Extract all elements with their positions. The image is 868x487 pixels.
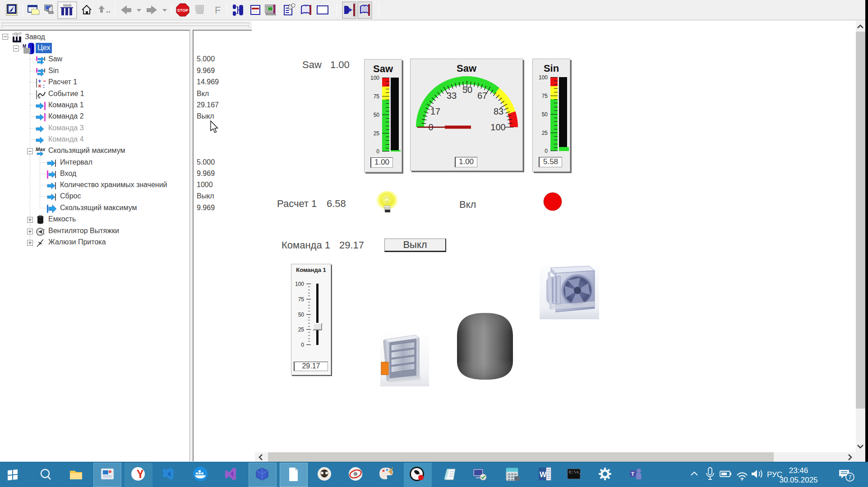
- svg-text:17: 17: [430, 106, 440, 116]
- svg-text:STOP: STOP: [177, 8, 188, 13]
- svg-text:67: 67: [477, 91, 487, 101]
- svg-text:23:46: 23:46: [789, 466, 808, 475]
- svg-text:7: 7: [849, 474, 852, 481]
- svg-text:W: W: [540, 471, 547, 478]
- svg-text:100: 100: [490, 122, 505, 132]
- svg-text:F: F: [215, 5, 221, 16]
- svg-text:33: 33: [447, 91, 457, 101]
- svg-text:83: 83: [494, 106, 503, 116]
- svg-text:50: 50: [462, 85, 472, 95]
- svg-text:30.05.2025: 30.05.2025: [779, 476, 817, 484]
- svg-text:Web: Web: [63, 3, 71, 8]
- svg-text::: :: [43, 83, 45, 89]
- svg-text:×: ×: [38, 83, 42, 89]
- svg-text:Max: Max: [36, 147, 46, 152]
- svg-text:T: T: [631, 471, 634, 477]
- svg-text:C:\>_: C:\>_: [569, 470, 582, 475]
